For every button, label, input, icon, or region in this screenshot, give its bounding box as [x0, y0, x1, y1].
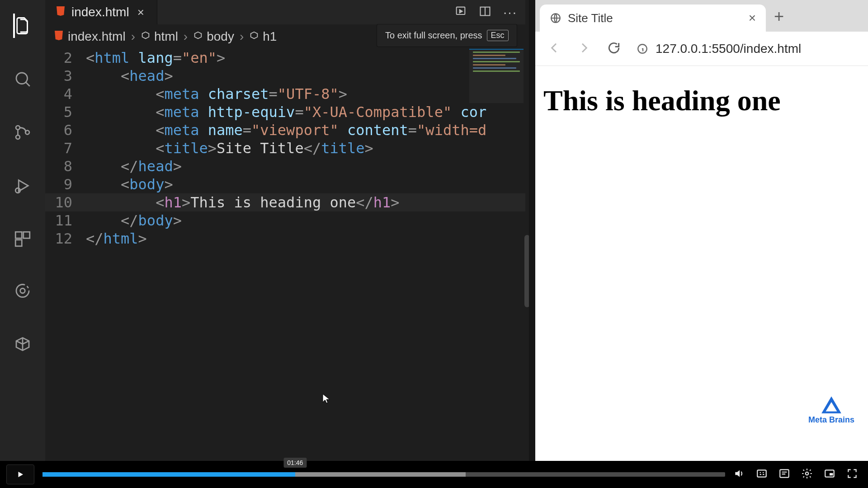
svg-point-15 [806, 472, 809, 475]
symbol-icon [193, 29, 203, 44]
browser-tab-strip: Site Title × + [535, 0, 868, 32]
run-debug-icon[interactable] [13, 174, 32, 198]
docker-icon[interactable] [13, 333, 32, 358]
browser-nav-bar: 127.0.0.1:5500/index.html [535, 32, 868, 66]
explorer-icon[interactable] [13, 14, 32, 38]
svg-rect-13 [757, 470, 766, 477]
split-editor-icon[interactable] [479, 5, 491, 19]
extensions-icon[interactable] [13, 227, 32, 251]
page-heading: This is heading one [543, 84, 860, 117]
browser-tab[interactable]: Site Title × [540, 5, 766, 32]
chevron-right-icon: › [129, 29, 137, 44]
source-control-icon[interactable] [13, 120, 32, 145]
breadcrumb-h1[interactable]: h1 [263, 29, 277, 44]
browser-window: Site Title × + 127.0.0.1:5500/index.html… [529, 0, 868, 461]
progress-fill [42, 472, 295, 477]
minimap[interactable] [469, 49, 524, 103]
chevron-right-icon: › [238, 29, 245, 44]
remote-explorer-icon[interactable] [13, 280, 32, 305]
line-number: 12 [45, 230, 86, 248]
globe-icon [550, 12, 561, 24]
search-icon[interactable] [13, 67, 32, 91]
time-tooltip: 01:46 [283, 458, 307, 468]
transcript-icon[interactable] [778, 468, 790, 481]
fullscreen-icon[interactable] [846, 468, 858, 481]
symbol-icon [249, 29, 259, 44]
info-icon [637, 43, 648, 55]
forward-button[interactable] [577, 41, 591, 57]
code-editor[interactable]: 2<html lang="en"> 3 <head> 4 <meta chars… [45, 49, 525, 461]
run-icon[interactable] [454, 5, 467, 19]
pip-icon[interactable] [824, 468, 835, 481]
file-tab-index-html[interactable]: index.html × [45, 0, 157, 24]
editor-area: index.html × ··· index.html › html › bod… [45, 0, 525, 461]
fullscreen-hint-text: To exit full screen, press [385, 30, 482, 41]
breadcrumb-html[interactable]: html [154, 29, 178, 44]
breadcrumb-body[interactable]: body [207, 29, 234, 44]
watermark-text: Meta Brains [808, 415, 854, 425]
line-number: 10 [45, 193, 86, 211]
editor-tabs: index.html × ··· [45, 0, 525, 24]
breadcrumb-file[interactable]: index.html [68, 29, 126, 44]
svg-point-8 [20, 288, 25, 293]
captions-icon[interactable] [756, 468, 768, 481]
line-number: 5 [45, 103, 86, 121]
html5-icon [55, 5, 66, 19]
more-actions-icon[interactable]: ··· [503, 5, 517, 20]
symbol-icon [141, 29, 151, 44]
esc-key: Esc [487, 30, 509, 41]
url-text: 127.0.0.1:5500/index.html [656, 42, 801, 56]
line-number: 7 [45, 139, 86, 157]
close-icon[interactable]: × [749, 11, 756, 25]
svg-rect-17 [830, 473, 833, 475]
line-number: 9 [45, 175, 86, 193]
video-player-bar: 01:46 [0, 461, 868, 488]
reload-button[interactable] [607, 41, 621, 57]
svg-rect-6 [24, 232, 30, 238]
line-number: 2 [45, 49, 86, 67]
html5-icon [53, 29, 64, 44]
svg-point-2 [16, 135, 20, 139]
back-button[interactable] [547, 41, 561, 57]
line-number: 8 [45, 157, 86, 175]
line-number: 4 [45, 85, 86, 103]
fullscreen-hint: To exit full screen, press Esc [377, 24, 517, 47]
svg-rect-7 [15, 240, 22, 246]
line-number: 6 [45, 121, 86, 139]
play-button[interactable] [6, 465, 34, 484]
settings-icon[interactable] [801, 468, 813, 481]
mouse-cursor [321, 393, 332, 404]
svg-rect-5 [15, 232, 22, 238]
line-number: 11 [45, 211, 86, 230]
url-bar[interactable]: 127.0.0.1:5500/index.html [637, 42, 856, 56]
line-number: 3 [45, 67, 86, 85]
browser-tab-title: Site Title [568, 11, 613, 25]
progress-bar[interactable]: 01:46 [42, 472, 725, 477]
close-icon[interactable]: × [135, 5, 147, 19]
chevron-right-icon: › [182, 29, 189, 44]
activity-bar [0, 0, 45, 488]
svg-point-1 [16, 126, 20, 130]
svg-point-0 [16, 73, 28, 84]
volume-icon[interactable] [733, 468, 745, 481]
file-tab-label: index.html [71, 5, 129, 19]
new-tab-button[interactable]: + [774, 7, 784, 32]
watermark-logo: Meta Brains [808, 395, 854, 425]
